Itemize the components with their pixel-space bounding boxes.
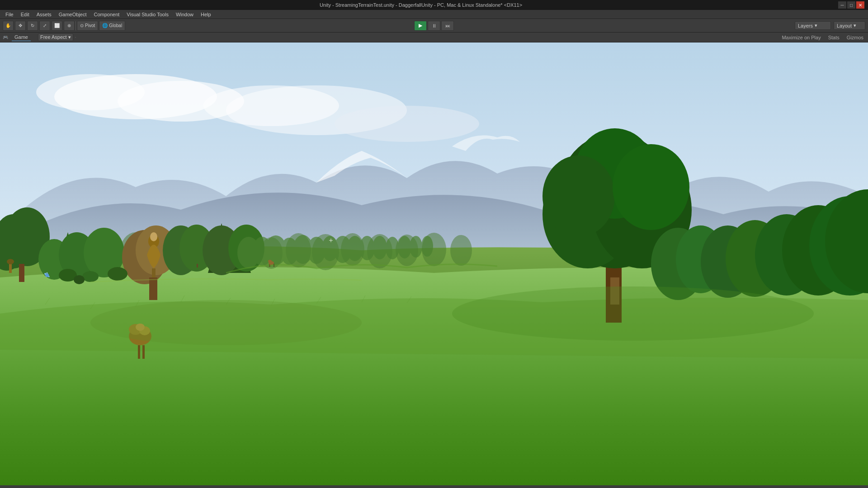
svg-point-21 — [450, 235, 472, 266]
transform-tools: ✋ ✥ ↻ ⤢ ⬜ ⊕ — [3, 21, 75, 31]
game-tab[interactable]: Game — [12, 33, 31, 41]
aspect-extra: · — [75, 35, 76, 40]
pivot-group: ⊙ Pivot 🌐 Global — [77, 21, 125, 31]
svg-rect-33 — [149, 277, 157, 300]
svg-point-5 — [203, 85, 339, 126]
svg-point-57 — [108, 267, 127, 281]
svg-rect-73 — [197, 264, 198, 267]
scene-svg — [0, 42, 868, 485]
maximize-on-play-button[interactable]: Maximize on Play — [780, 34, 822, 41]
step-button[interactable]: ⏭ — [441, 21, 454, 31]
menu-gameobject[interactable]: GameObject — [55, 11, 90, 18]
play-button[interactable]: ▶ — [414, 21, 427, 31]
svg-point-81 — [542, 155, 615, 237]
layout-chevron-icon: ▾ — [854, 23, 856, 28]
aspect-group: Free Aspect ▾ · — [38, 33, 76, 41]
game-viewport — [0, 42, 868, 485]
layers-label: Layers — [798, 23, 813, 28]
pivot-button[interactable]: ⊙ Pivot — [77, 21, 98, 31]
menu-edit[interactable]: Edit — [17, 11, 33, 18]
svg-point-50 — [373, 236, 387, 259]
menu-assets[interactable]: Assets — [33, 11, 55, 18]
svg-point-82 — [613, 144, 689, 230]
svg-point-60 — [150, 232, 157, 241]
svg-point-52 — [398, 236, 411, 258]
svg-point-106 — [268, 260, 272, 263]
rotate-tool-button[interactable]: ↻ — [27, 21, 38, 31]
toolbar: ✋ ✥ ↻ ⤢ ⬜ ⊕ ⊙ Pivot 🌐 Global ▶ ⏸ ⏭ Layer… — [0, 19, 868, 33]
global-button[interactable]: 🌐 Global — [99, 21, 125, 31]
aspect-label: Free Aspect — [40, 34, 67, 40]
close-button[interactable]: ✕ — [856, 1, 864, 9]
transform-tool-button[interactable]: ⊕ — [64, 21, 75, 31]
svg-point-49 — [359, 236, 375, 260]
global-icon: 🌐 — [102, 23, 108, 28]
game-tab-icon: 🎮 — [3, 35, 8, 40]
menu-file[interactable]: File — [2, 11, 17, 18]
menu-component[interactable]: Component — [90, 11, 123, 18]
svg-point-51 — [386, 237, 399, 259]
title-text: Unity - StreamingTerrainTest.unity - Dag… — [4, 2, 838, 8]
svg-point-72 — [47, 272, 48, 274]
svg-point-58 — [74, 275, 85, 284]
maximize-button[interactable]: □ — [847, 1, 855, 9]
svg-point-56 — [82, 271, 99, 282]
aspect-dropdown[interactable]: Free Aspect ▾ — [38, 33, 73, 41]
game-panel-controls: Maximize on Play Stats Gizmos — [780, 34, 865, 41]
svg-point-6 — [335, 106, 479, 142]
separator-1 — [75, 21, 76, 30]
svg-point-102 — [452, 286, 814, 341]
svg-point-53 — [410, 236, 422, 258]
menu-bar: File Edit Assets GameObject Component Vi… — [0, 10, 868, 19]
svg-point-54 — [421, 236, 433, 257]
svg-rect-103 — [9, 264, 12, 273]
right-toolbar: Layers ▾ Layout ▾ — [795, 21, 865, 30]
layout-dropdown[interactable]: Layout ▾ — [834, 21, 865, 30]
menu-window[interactable]: Window — [172, 11, 197, 18]
pivot-label: Pivot — [85, 23, 95, 28]
game-panel-header: 🎮 Game Free Aspect ▾ · Maximize on Play … — [0, 33, 868, 42]
svg-rect-62 — [154, 268, 156, 277]
stats-button[interactable]: Stats — [826, 34, 841, 41]
aspect-chevron-icon: ▾ — [68, 34, 71, 40]
pivot-icon: ⊙ — [80, 23, 84, 28]
layout-label: Layout — [837, 23, 852, 28]
svg-point-101 — [90, 300, 362, 345]
svg-point-70 — [44, 273, 46, 275]
hand-tool-button[interactable]: ✋ — [3, 21, 14, 31]
svg-rect-68 — [142, 345, 145, 359]
global-label: Global — [109, 23, 122, 28]
minimize-button[interactable]: ─ — [838, 1, 846, 9]
svg-point-104 — [7, 259, 14, 264]
move-tool-button[interactable]: ✥ — [15, 21, 26, 31]
svg-point-71 — [48, 276, 50, 277]
scale-tool-button[interactable]: ⤢ — [39, 21, 50, 31]
pause-button[interactable]: ⏸ — [428, 21, 440, 31]
menu-help[interactable]: Help — [197, 11, 215, 18]
svg-rect-67 — [138, 345, 140, 359]
play-controls: ▶ ⏸ ⏭ — [414, 21, 454, 31]
layers-dropdown[interactable]: Layers ▾ — [795, 21, 831, 30]
rect-tool-button[interactable]: ⬜ — [52, 21, 62, 31]
svg-rect-25 — [19, 264, 24, 282]
menu-visual-studio-tools[interactable]: Visual Studio Tools — [123, 11, 172, 18]
window-controls: ─ □ ✕ — [838, 1, 864, 9]
svg-rect-61 — [152, 268, 154, 277]
gizmos-button[interactable]: Gizmos — [845, 34, 865, 41]
layers-chevron-icon: ▾ — [815, 23, 817, 28]
title-bar: Unity - StreamingTerrainTest.unity - Dag… — [0, 0, 868, 10]
